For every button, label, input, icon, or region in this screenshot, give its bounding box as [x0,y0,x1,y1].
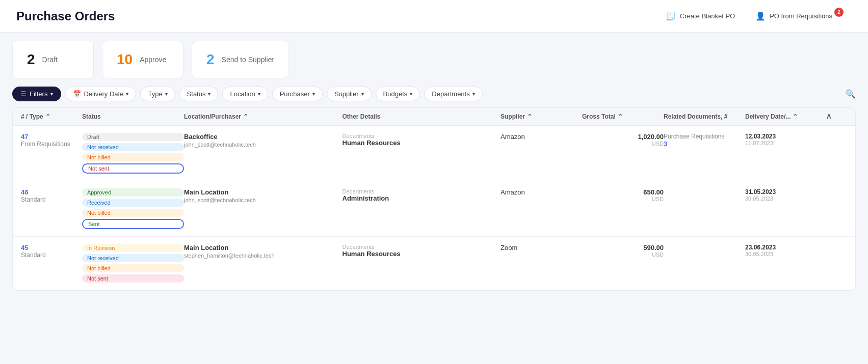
po-45-dept-label: Departments [343,244,501,250]
create-blanket-po-label: Create Blanket PO [680,12,735,20]
filter-status[interactable]: Status ▾ [179,87,219,101]
po-from-requisitions-button[interactable]: 👤 PO from Requisitions 2 [749,8,852,24]
status-badge-received: Received [82,199,184,207]
filters-chevron: ▾ [50,91,53,97]
summary-card-send-to-supplier[interactable]: 2 Send to Supplier [192,41,289,78]
po-46-gross-cell: 650.00 USD [582,188,664,202]
page-header: Purchase Orders 🧾 Create Blanket PO 👤 PO… [0,0,868,33]
col-status: Status [82,113,184,120]
status-badge-not-sent: Not sent [82,274,184,283]
filters-row: ☰ Filters ▾ 📅 Delivery Date ▾ Type ▾ Sta… [0,87,868,107]
status-badge-not-billed: Not billed [82,264,184,272]
send-count: 2 [206,51,215,68]
table-row[interactable]: 45 Standard In Revision Not received Not… [13,237,855,290]
blanket-po-icon: 🧾 [666,11,676,21]
table-header: # / Type ⌃ Status Location/Purchaser ⌃ O… [13,108,855,126]
filter-delivery-date[interactable]: 📅 Delivery Date ▾ [65,87,136,101]
po-45-location-cell: Main Location stephen_hamilton@technahol… [184,244,343,259]
po-47-gross-cell: 1,020.00 USD [582,133,664,147]
po-45-number[interactable]: 45 [21,244,82,251]
po-47-location-cell: Backoffice john_scott@technaholic.tech [184,133,343,148]
po-47-details-cell: Departments Human Resources [343,133,501,147]
po-45-delivery-date2: 30.05.2023 [745,251,827,257]
search-icon[interactable]: 🔍 [846,89,856,99]
po-47-type-cell: 47 From Requisitions [21,133,82,148]
col-gross-total[interactable]: Gross Total ⌃ [582,113,664,120]
filter-departments[interactable]: Departments ▾ [424,87,482,101]
po-46-type-cell: 46 Standard [21,188,82,203]
po-46-dept-name: Administration [343,194,501,202]
status-badge-draft: Draft [82,133,184,141]
po-46-details-cell: Departments Administration [343,188,501,202]
po-47-supplier: Amazon [501,133,525,141]
po-47-rel-doc-count[interactable]: 3 [664,140,745,148]
filter-purchaser[interactable]: Purchaser ▾ [272,87,323,101]
po-47-type: From Requisitions [21,141,82,148]
draft-count: 2 [27,51,35,68]
create-blanket-po-button[interactable]: 🧾 Create Blanket PO [660,8,741,24]
po-45-supplier-cell: Zoom [501,244,582,251]
po-46-email: john_scott@technaholic.tech [184,197,343,203]
col-supplier[interactable]: Supplier ⌃ [501,113,582,120]
po-45-gross-cell: 590.00 USD [582,244,664,258]
status-badge-sent: Sent [82,219,184,229]
col-related-docs: Related Documents, # [664,113,745,120]
col-other-details: Other Details [343,113,501,120]
po-45-gross-amount: 590.00 [582,244,664,251]
calendar-icon: 📅 [73,90,81,98]
po-45-supplier: Zoom [501,244,517,251]
po-45-details-cell: Departments Human Resources [343,244,501,258]
table-row[interactable]: 46 Standard Approved Received Not billed… [13,181,855,237]
po-47-rel-doc-label: Purchase Requisitions [664,133,745,140]
po-47-location: Backoffice [184,133,343,141]
col-delivery-date[interactable]: Delivery Date/... ⌃ [745,113,827,120]
po-requisitions-icon: 👤 [755,11,766,21]
status-badge-not-billed: Not billed [82,153,184,161]
purchase-orders-table: # / Type ⌃ Status Location/Purchaser ⌃ O… [12,107,856,291]
po-45-email: stephen_hamilton@technaholic.tech [184,253,343,259]
approve-count: 10 [117,51,133,68]
filter-icon: ☰ [20,90,27,98]
send-label: Send to Supplier [222,55,275,64]
po-46-delivery-date: 31.05.2023 [745,188,827,195]
po-46-date-cell: 31.05.2023 30.05.2023 [745,188,827,202]
po-47-delivery-date: 12.03.2023 [745,133,827,140]
po-47-status-cell: Draft Not received Not billed Not sent [82,133,184,174]
po-46-type: Standard [21,196,82,203]
draft-label: Draft [42,55,58,64]
summary-section: 2 Draft 10 Approve 2 Send to Supplier [0,33,868,78]
po-47-dept-name: Human Resources [343,139,501,147]
po-47-supplier-cell: Amazon [501,133,582,141]
po-47-email: john_scott@technaholic.tech [184,142,343,148]
po-46-location: Main Location [184,188,343,196]
col-location[interactable]: Location/Purchaser ⌃ [184,113,343,120]
status-badge-approved: Approved [82,188,184,197]
filter-budgets[interactable]: Budgets ▾ [376,87,420,101]
po-47-delivery-date2: 11.07.2023 [745,140,827,146]
po-46-delivery-date2: 30.05.2023 [745,195,827,202]
table-row[interactable]: 47 From Requisitions Draft Not received … [13,126,855,181]
col-type[interactable]: # / Type ⌃ [21,113,82,120]
filters-button[interactable]: ☰ Filters ▾ [12,87,61,101]
summary-card-draft[interactable]: 2 Draft [12,41,94,78]
po-46-gross-amount: 650.00 [582,188,664,196]
po-45-gross-currency: USD [582,251,664,258]
filter-location[interactable]: Location ▾ [222,87,268,101]
po-46-location-cell: Main Location john_scott@technaholic.tec… [184,188,343,203]
po-47-number[interactable]: 47 [21,133,82,141]
summary-card-approve[interactable]: 10 Approve [102,41,183,78]
po-47-date-cell: 12.03.2023 11.07.2023 [745,133,827,146]
status-badge-not-received: Not received [82,254,184,262]
filter-supplier[interactable]: Supplier ▾ [327,87,372,101]
po-46-status-cell: Approved Received Not billed Sent [82,188,184,229]
po-46-dept-label: Departments [343,188,501,194]
status-badge-in-revision: In Revision [82,244,184,252]
po-45-date-cell: 23.06.2023 30.05.2023 [745,244,827,257]
po-45-location: Main Location [184,244,343,251]
po-46-number[interactable]: 46 [21,188,82,196]
po-45-status-cell: In Revision Not received Not billed Not … [82,244,184,283]
filter-type[interactable]: Type ▾ [140,87,175,101]
status-badge-not-received: Not received [82,143,184,151]
po-46-supplier: Amazon [501,188,525,196]
po-45-type: Standard [21,251,82,259]
